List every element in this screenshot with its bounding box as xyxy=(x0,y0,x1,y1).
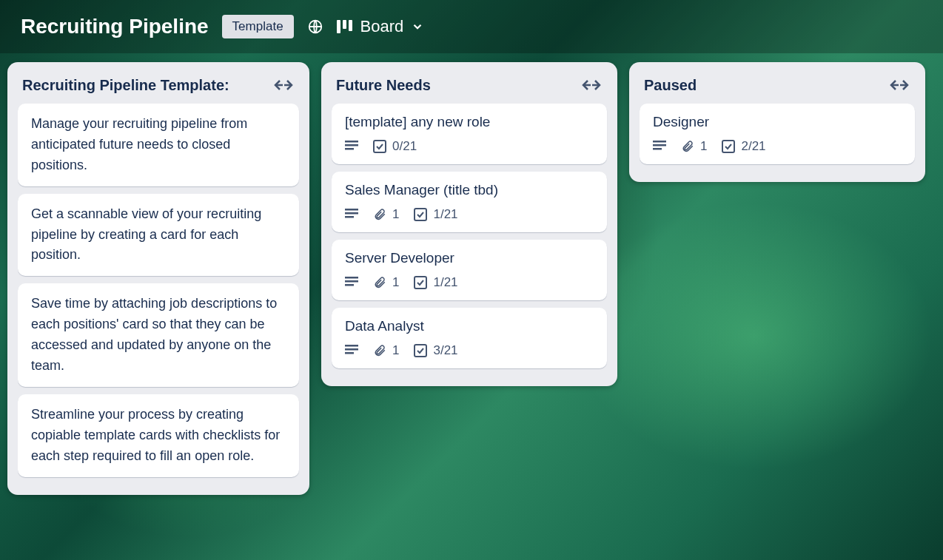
svg-rect-2 xyxy=(343,20,346,29)
list-recruiting-pipeline-template: Recruiting Pipeline Template: Manage you… xyxy=(7,62,309,495)
checklist-badge: 1/21 xyxy=(414,275,457,290)
card-text: Streamline your process by creating copi… xyxy=(31,405,286,467)
template-badge[interactable]: Template xyxy=(222,15,294,38)
svg-rect-27 xyxy=(653,144,666,146)
attachment-badge: 1 xyxy=(373,343,399,358)
description-icon xyxy=(345,277,358,289)
card[interactable]: Get a scannable view of your recruiting … xyxy=(18,194,299,277)
description-icon xyxy=(653,141,666,152)
checklist-badge: 3/21 xyxy=(414,343,457,358)
svg-rect-23 xyxy=(415,345,426,357)
card[interactable]: Designer 1 2/21 xyxy=(640,104,915,164)
svg-rect-1 xyxy=(337,20,340,33)
svg-rect-16 xyxy=(345,277,358,279)
svg-rect-13 xyxy=(345,212,358,215)
board-header: Recruiting Pipeline Template Board xyxy=(0,0,943,53)
svg-rect-9 xyxy=(345,144,358,146)
card-badges: 1 2/21 xyxy=(653,139,902,154)
description-icon xyxy=(345,141,358,152)
list-title[interactable]: Recruiting Pipeline Template: xyxy=(22,77,229,94)
card-badges: 0/21 xyxy=(345,139,594,154)
list-title[interactable]: Paused xyxy=(644,77,697,94)
card[interactable]: Data Analyst 1 3/21 xyxy=(332,308,607,368)
svg-rect-19 xyxy=(415,277,426,289)
svg-rect-28 xyxy=(653,148,662,150)
board-canvas: Recruiting Pipeline Template: Manage you… xyxy=(0,53,943,504)
collapse-list-icon[interactable] xyxy=(887,75,912,95)
card[interactable]: Streamline your process by creating copi… xyxy=(18,394,299,477)
attachment-badge: 1 xyxy=(373,275,399,290)
card[interactable]: Save time by attaching job descriptions … xyxy=(18,283,299,387)
board-view-icon xyxy=(337,20,353,33)
board-title[interactable]: Recruiting Pipeline xyxy=(21,15,209,38)
card-text: Manage your recruiting pipeline from ant… xyxy=(31,114,286,176)
svg-rect-14 xyxy=(345,216,354,218)
svg-rect-8 xyxy=(345,141,358,143)
card-title: Server Developer xyxy=(345,250,594,266)
svg-rect-22 xyxy=(345,352,354,354)
card[interactable]: [template] any new role 0/21 xyxy=(332,104,607,164)
checklist-badge: 1/21 xyxy=(414,207,457,222)
checklist-badge: 0/21 xyxy=(373,139,417,154)
card-badges: 1 3/21 xyxy=(345,343,594,358)
card-title: Sales Manager (title tbd) xyxy=(345,182,594,198)
view-switcher[interactable]: Board xyxy=(337,17,425,36)
card-title: [template] any new role xyxy=(345,114,594,130)
chevron-down-icon xyxy=(411,20,424,33)
svg-rect-15 xyxy=(415,209,426,220)
svg-rect-3 xyxy=(349,20,352,31)
svg-rect-10 xyxy=(345,148,354,150)
svg-rect-18 xyxy=(345,284,354,286)
svg-rect-12 xyxy=(345,209,358,211)
attachment-badge: 1 xyxy=(373,207,399,222)
card[interactable]: Server Developer 1 1/21 xyxy=(332,240,607,300)
list-future-needs: Future Needs [template] any new role xyxy=(321,62,617,386)
globe-icon[interactable] xyxy=(307,18,323,35)
description-icon xyxy=(345,209,358,220)
card[interactable]: Sales Manager (title tbd) 1 1/21 xyxy=(332,172,607,232)
description-icon xyxy=(345,345,358,357)
card-text: Get a scannable view of your recruiting … xyxy=(31,204,286,266)
checklist-badge: 2/21 xyxy=(722,139,765,154)
svg-rect-17 xyxy=(345,280,358,283)
collapse-list-icon[interactable] xyxy=(271,75,296,95)
svg-rect-29 xyxy=(722,141,734,152)
svg-rect-11 xyxy=(374,141,386,152)
svg-rect-21 xyxy=(345,348,358,351)
card-badges: 1 1/21 xyxy=(345,207,594,222)
card[interactable]: Manage your recruiting pipeline from ant… xyxy=(18,104,299,186)
list-title[interactable]: Future Needs xyxy=(336,77,431,94)
card-badges: 1 1/21 xyxy=(345,275,594,290)
view-label: Board xyxy=(360,17,404,36)
card-text: Save time by attaching job descriptions … xyxy=(31,294,286,377)
svg-rect-26 xyxy=(653,141,666,143)
attachment-badge: 1 xyxy=(681,139,707,154)
card-title: Designer xyxy=(653,114,902,130)
collapse-list-icon[interactable] xyxy=(579,75,604,95)
list-paused: Paused Designer 1 xyxy=(629,62,925,182)
card-title: Data Analyst xyxy=(345,318,594,334)
svg-rect-20 xyxy=(345,345,358,347)
